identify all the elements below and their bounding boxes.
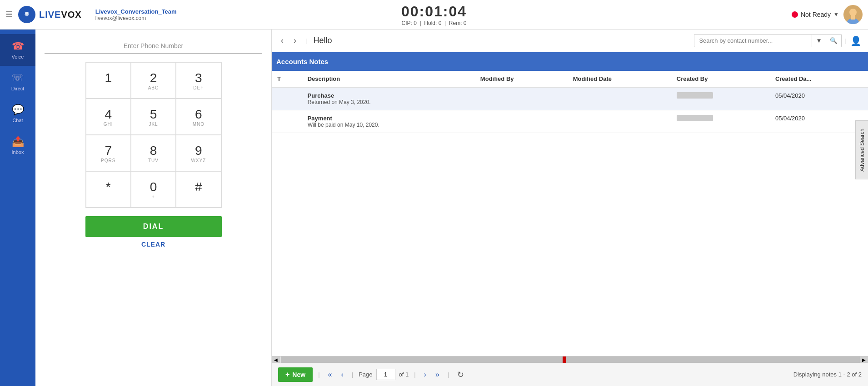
new-button-label: New xyxy=(292,371,305,378)
search-dropdown-button[interactable]: ▼ xyxy=(812,34,826,47)
search-right-separator: | xyxy=(845,37,847,44)
timer-area: 00:01:04 CIP: 0 | Hold: 0 | Rem: 0 xyxy=(401,3,467,26)
scroll-left-arrow[interactable]: ◀ xyxy=(272,356,280,363)
dialpad-panel: Enter Phone Number 1 2 ABC 3 DEF 4 GHI xyxy=(35,30,272,386)
note-title-1: Purchase xyxy=(308,92,469,99)
svg-point-2 xyxy=(849,9,857,16)
cell-created-date-1: 05/04/2020 xyxy=(770,87,868,110)
right-panel-header: ‹ › | Hello ▼ 🔍 | 👤 xyxy=(272,30,868,52)
cell-modified-date-1 xyxy=(568,87,671,110)
cell-modified-by-1 xyxy=(475,87,568,110)
cell-T-1 xyxy=(272,87,302,110)
dialpad-input-area: Enter Phone Number xyxy=(45,39,262,54)
logo-area: LIVEVOX xyxy=(18,6,82,23)
sidebar-item-chat[interactable]: 💬 Chat xyxy=(0,98,35,129)
agent-info: Livevox_Conversation_Team livevox@livevo… xyxy=(95,8,177,21)
col-header-created-by: Created By xyxy=(671,71,770,87)
header-right: Not Ready ▼ xyxy=(792,5,863,24)
display-count-text: Displaying notes 1 - 2 of 2 xyxy=(793,371,862,378)
horizontal-scrollbar[interactable]: ◀ ▶ xyxy=(272,356,868,362)
table-row: Payment Will be paid on May 10, 2020. 05… xyxy=(272,110,868,133)
table-title-row: Accounts Notes xyxy=(272,52,868,71)
cell-created-by-2 xyxy=(671,110,770,133)
chat-icon: 💬 xyxy=(12,104,24,116)
dialpad-key-0[interactable]: 0 + xyxy=(131,171,176,208)
plus-icon: + xyxy=(285,371,289,379)
direct-phone-icon: ☏ xyxy=(11,72,24,84)
dialpad-key-1[interactable]: 1 xyxy=(86,62,131,99)
new-button[interactable]: + New xyxy=(278,367,313,382)
search-input[interactable] xyxy=(694,34,812,47)
sidebar-item-voice[interactable]: ☎ Voice xyxy=(0,34,35,66)
dialpad-key-5[interactable]: 5 JKL xyxy=(131,99,176,135)
cell-description-1: Purchase Returned on May 3, 2020. xyxy=(302,87,475,110)
pager-next-button[interactable]: › xyxy=(421,370,429,380)
refresh-button[interactable]: ↻ xyxy=(457,370,464,380)
bottom-bar: + New | « ‹ | Page of 1 | › » | ↻ Displa… xyxy=(272,362,868,386)
page-number-input[interactable] xyxy=(376,369,395,380)
page-label: Page xyxy=(359,371,372,378)
sidebar-item-direct[interactable]: ☏ Direct xyxy=(0,66,35,98)
dialpad-key-4[interactable]: 4 GHI xyxy=(86,99,131,135)
pager-last-button[interactable]: » xyxy=(433,370,442,380)
scroll-right-arrow[interactable]: ▶ xyxy=(860,356,868,363)
dialpad-key-3[interactable]: 3 DEF xyxy=(176,62,221,99)
dial-button[interactable]: DIAL xyxy=(85,216,222,237)
timer-clock: 00:01:04 xyxy=(401,3,467,20)
dialpad-grid: 1 2 ABC 3 DEF 4 GHI 5 JKL 6 MNO xyxy=(85,62,222,208)
sidebar-item-inbox[interactable]: 📤 Inbox xyxy=(0,129,35,161)
right-panel: ‹ › | Hello ▼ 🔍 | 👤 Accounts Notes T xyxy=(272,30,868,386)
dialpad-key-star[interactable]: * xyxy=(86,171,131,208)
blurred-created-by-1 xyxy=(677,92,713,99)
livevox-logo-icon xyxy=(18,6,35,23)
agent-name: Livevox_Conversation_Team xyxy=(95,8,177,15)
dialpad-key-2[interactable]: 2 ABC xyxy=(131,62,176,99)
main-content: Enter Phone Number 1 2 ABC 3 DEF 4 GHI xyxy=(35,30,868,386)
pager-first-button[interactable]: « xyxy=(325,370,335,380)
cell-created-date-2: 05/04/2020 xyxy=(770,110,868,133)
dialpad-input-label: Enter Phone Number xyxy=(45,42,262,49)
status-dropdown-arrow[interactable]: ▼ xyxy=(833,11,839,18)
table-row: Purchase Returned on May 3, 2020. 05/04/… xyxy=(272,87,868,110)
sidebar: ☎ Voice ☏ Direct 💬 Chat 📤 Inbox xyxy=(0,30,35,386)
header-separator: | xyxy=(305,37,307,44)
cell-modified-by-2 xyxy=(475,110,568,133)
table-container: Accounts Notes T Description Modified By… xyxy=(272,52,868,356)
dialpad-key-6[interactable]: 6 MNO xyxy=(176,99,221,135)
inbox-icon: 📤 xyxy=(12,136,24,148)
note-title-2: Payment xyxy=(308,115,469,122)
sidebar-label-inbox: Inbox xyxy=(12,149,24,155)
svg-rect-4 xyxy=(851,15,855,20)
menu-icon[interactable]: ☰ xyxy=(5,10,13,20)
phone-icon: ☎ xyxy=(12,40,24,52)
note-sub-1: Returned on May 3, 2020. xyxy=(308,99,469,105)
bottom-sep-1: | xyxy=(318,371,319,378)
bottom-sep-2: | xyxy=(352,371,353,378)
scroll-thumb[interactable] xyxy=(281,356,868,363)
user-icon-button[interactable]: 👤 xyxy=(850,35,862,46)
status-indicator[interactable]: Not Ready ▼ xyxy=(792,11,839,18)
status-dot xyxy=(792,11,798,18)
col-header-description: Description xyxy=(302,71,475,87)
pager-prev-button[interactable]: ‹ xyxy=(338,370,346,380)
nav-forward-button[interactable]: › xyxy=(291,35,299,46)
clear-button[interactable]: CLEAR xyxy=(141,241,165,248)
dialpad-key-hash[interactable]: # xyxy=(176,171,221,208)
dialpad-key-9[interactable]: 9 WXYZ xyxy=(176,135,221,171)
top-header: ☰ LIVEVOX Livevox_Conversation_Team live… xyxy=(0,0,868,30)
search-icon-button[interactable]: 🔍 xyxy=(826,34,842,47)
notes-table: T Description Modified By Modified Date … xyxy=(272,71,868,133)
nav-back-button[interactable]: ‹ xyxy=(278,35,286,46)
cell-created-by-1 xyxy=(671,87,770,110)
cell-description-2: Payment Will be paid on May 10, 2020. xyxy=(302,110,475,133)
bottom-sep-4: | xyxy=(448,371,449,378)
of-text: of 1 xyxy=(399,371,409,378)
table-header-row: T Description Modified By Modified Date … xyxy=(272,71,868,87)
blurred-created-by-2 xyxy=(677,115,713,121)
dialpad-key-8[interactable]: 8 TUV xyxy=(131,135,176,171)
advanced-search-tab[interactable]: Advanced Search xyxy=(855,120,868,179)
timer-stats: CIP: 0 | Hold: 0 | Rem: 0 xyxy=(401,20,467,26)
dialpad-key-7[interactable]: 7 PQRS xyxy=(86,135,131,171)
advanced-search-label: Advanced Search xyxy=(857,127,867,173)
search-area: ▼ 🔍 | 👤 xyxy=(694,34,862,47)
